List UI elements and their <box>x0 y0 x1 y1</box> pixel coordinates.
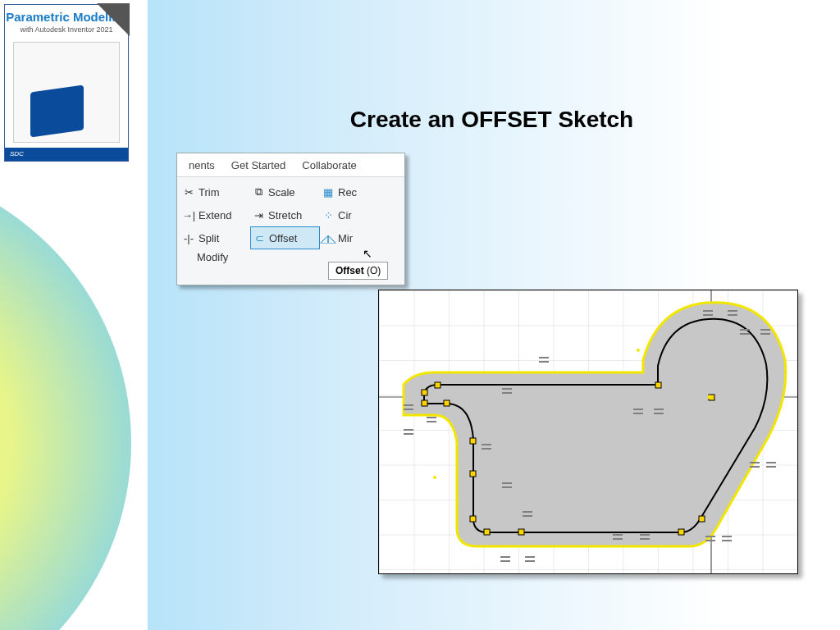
tab-environments-partial[interactable]: nents <box>189 159 215 171</box>
offset-icon: ⊂ <box>251 232 267 244</box>
book-cover-image <box>13 42 120 143</box>
svg-rect-4 <box>422 400 427 406</box>
tab-collaborate[interactable]: Collaborate <box>302 159 357 171</box>
tooltip-shortcut: (O) <box>367 265 381 276</box>
svg-point-60 <box>433 476 436 479</box>
extend-button[interactable]: →| Extend <box>180 203 250 226</box>
slide-title: Create an OFFSET Sketch <box>176 107 807 133</box>
circ-label: Cir <box>338 209 352 221</box>
svg-rect-10 <box>470 516 476 522</box>
trim-button[interactable]: ✂ Trim <box>180 180 250 203</box>
split-icon: -|- <box>180 232 197 244</box>
trim-label: Trim <box>199 186 220 199</box>
tooltip-command: Offset <box>336 265 364 276</box>
book-cover: Parametric Modeling with Autodesk Invent… <box>4 4 129 162</box>
svg-rect-8 <box>470 438 476 444</box>
svg-point-61 <box>637 349 640 352</box>
rect-pattern-icon: ▦ <box>320 186 336 199</box>
extend-icon: →| <box>180 209 197 221</box>
split-button[interactable]: -|- Split <box>180 226 250 249</box>
split-label: Split <box>199 232 219 244</box>
circular-pattern-button[interactable]: ⁘ Cir <box>320 203 390 226</box>
ribbon-panel-screenshot: nents Get Started Collaborate ✂ Trim ⧉ S… <box>176 153 405 285</box>
stretch-icon: ⇥ <box>250 209 267 221</box>
cursor-icon: ↖ <box>363 247 372 260</box>
svg-rect-9 <box>470 471 476 477</box>
extend-label: Extend <box>199 209 231 221</box>
svg-point-62 <box>708 395 712 399</box>
svg-rect-3 <box>422 390 427 395</box>
svg-rect-7 <box>655 382 661 388</box>
mirror-button[interactable]: ◿◺ Mir <box>320 226 390 249</box>
svg-rect-13 <box>678 529 684 535</box>
book-publisher: SDC <box>5 148 128 161</box>
offset-button[interactable]: ⊂ Offset <box>250 226 320 249</box>
stretch-label: Stretch <box>268 209 302 221</box>
sketch-canvas <box>378 290 798 574</box>
scale-label: Scale <box>268 186 295 199</box>
svg-rect-11 <box>484 529 490 535</box>
tab-get-started[interactable]: Get Started <box>231 159 285 171</box>
circ-pattern-icon: ⁘ <box>320 209 336 221</box>
sketch-svg <box>379 290 797 573</box>
stretch-button[interactable]: ⇥ Stretch <box>250 203 320 226</box>
scale-icon: ⧉ <box>250 185 267 199</box>
rectangular-pattern-button[interactable]: ▦ Rec <box>320 180 390 203</box>
rect-label: Rec <box>338 186 357 199</box>
svg-rect-12 <box>518 529 524 535</box>
mirror-label: Mir <box>338 232 353 244</box>
scissors-icon: ✂ <box>180 186 197 199</box>
svg-rect-5 <box>444 400 450 406</box>
svg-rect-6 <box>435 382 441 388</box>
mirror-icon: ◿◺ <box>320 232 336 244</box>
ribbon-tabs: nents Get Started Collaborate <box>177 153 404 177</box>
scale-button[interactable]: ⧉ Scale <box>250 180 320 203</box>
offset-tooltip: Offset (O) <box>328 262 388 280</box>
corner-ribbon <box>97 3 130 36</box>
svg-rect-14 <box>699 516 705 522</box>
offset-label: Offset <box>269 232 297 244</box>
